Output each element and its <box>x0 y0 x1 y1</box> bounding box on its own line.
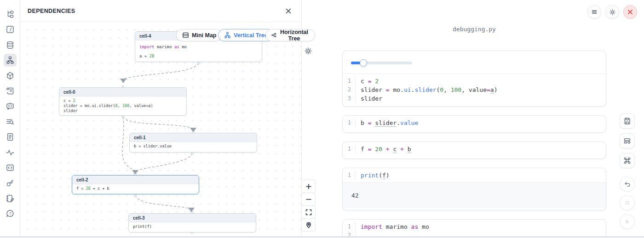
sidebar-item-variables[interactable]: f <box>4 23 17 36</box>
stop-icon[interactable] <box>620 195 635 210</box>
snippets-icon <box>6 163 15 172</box>
center-location-icon[interactable] <box>301 218 316 232</box>
tracing-icon <box>6 148 15 157</box>
settings-gear-icon[interactable] <box>605 5 619 19</box>
line-number: 1 <box>343 222 356 231</box>
slider-cell: 1c = 22slider = mo.ui.slider(0, 100, val… <box>342 51 606 107</box>
node-handle <box>121 115 124 118</box>
sidebar-item-snippets[interactable] <box>4 161 17 174</box>
graph-node-code: f = 20 + c + b <box>72 184 199 193</box>
top-actions <box>587 5 637 19</box>
mini-map-button[interactable]: Mini Map <box>176 29 222 41</box>
side-actions <box>620 113 635 233</box>
slider-output <box>343 51 606 74</box>
sidebar-item-logs-scroll[interactable] <box>4 85 17 97</box>
graph-node-title: cell-3 <box>129 214 256 222</box>
sidebar-item-search-logs[interactable] <box>4 115 17 128</box>
graph-node-code: print(f) <box>129 222 256 231</box>
code-editor[interactable]: 1c = 22slider = mo.ui.slider(0, 100, val… <box>343 74 606 106</box>
line-number: 1 <box>343 171 356 180</box>
secrets-icon <box>6 178 15 187</box>
chat-icon <box>6 102 15 111</box>
code-editor[interactable]: 1print(f) <box>343 168 606 182</box>
node-handle <box>134 194 136 196</box>
sidebar-item-tracing[interactable] <box>4 146 17 159</box>
sidebar-item-scratchpad[interactable] <box>4 192 17 205</box>
graph-zoom-controls <box>301 180 316 232</box>
line-number: 1 <box>343 145 356 153</box>
sidebar-item-file-tree[interactable] <box>4 8 17 21</box>
graph-node-title: cell-2 <box>72 176 199 184</box>
edge-cell-0-to-cell-1 <box>123 117 191 128</box>
help-icon: ? <box>6 209 15 218</box>
panel-title: DEPENDENCIES <box>28 8 75 14</box>
cell-output: 42 <box>343 182 606 208</box>
import-cell: 1import marimo as mo2 <box>342 219 606 238</box>
print-cell: 1print(f)42 <box>342 168 606 210</box>
line-number: 1 <box>343 119 356 127</box>
save-icon[interactable] <box>620 113 635 129</box>
file-tree-icon <box>6 10 15 19</box>
svg-text:?: ? <box>9 211 11 216</box>
search-logs-icon <box>6 117 15 126</box>
app-root: f? DEPENDENCIES cell-4import marimo as m… <box>0 0 644 238</box>
slider-track[interactable] <box>351 62 412 64</box>
bottom-scrollbar[interactable] <box>0 236 644 238</box>
menu-icon[interactable] <box>587 5 601 19</box>
line-number: 3 <box>343 94 356 103</box>
graph-node-cell-1[interactable]: cell-1b = slider.value <box>129 133 257 153</box>
sidebar-item-packages[interactable] <box>4 69 17 82</box>
slider-handle[interactable] <box>360 59 367 67</box>
edge-cell-4-to-cell-0 <box>125 63 199 79</box>
mini-map-icon <box>182 32 189 39</box>
run-icon[interactable] <box>620 214 635 229</box>
svg-text:f: f <box>9 27 12 32</box>
graph-node-cell-0[interactable]: cell-0c = 2slider = mo.ui.slider(0, 100,… <box>59 87 187 116</box>
line-number: 2 <box>343 85 356 94</box>
line-number: 1 <box>343 77 356 85</box>
sidebar-item-dependencies[interactable] <box>4 54 17 67</box>
dependencies-icon <box>6 56 15 65</box>
horizontal-tree-button[interactable]: Horizontal Tree <box>265 29 315 41</box>
sidebar-item-help[interactable]: ? <box>4 207 17 220</box>
graph-settings-button[interactable] <box>303 46 313 57</box>
helper-panel-sidebar: f? <box>0 0 20 238</box>
f-cell: 1f = 20 + c + b <box>342 142 606 159</box>
undo-icon[interactable] <box>620 176 635 192</box>
close-icon[interactable] <box>283 6 294 17</box>
sidebar-item-chat[interactable] <box>4 100 17 113</box>
edge-cell-2-to-cell-3 <box>135 195 188 208</box>
scratchpad-icon <box>6 194 15 203</box>
horizontal-tree-icon <box>271 32 276 39</box>
graph-node-code: import marimo as moa = 20 <box>135 40 262 62</box>
zoom-out-icon[interactable] <box>301 193 316 206</box>
notebook-area: debugging.py 1c = 22slider = mo.ui.slide… <box>302 0 644 238</box>
keyboard-shortcuts-icon[interactable] <box>620 153 635 168</box>
graph-node-cell-2[interactable]: cell-2f = 20 + c + b <box>72 175 199 194</box>
dependency-graph-canvas[interactable]: cell-4import marimo as moa = 20cell-0c =… <box>21 22 301 237</box>
graph-node-title: cell-1 <box>130 133 257 142</box>
gear-icon <box>304 47 312 55</box>
notebook-filename: debugging.py <box>342 26 606 33</box>
graph-node-code: c = 2slider = mo.ui.slider(0, 100, value… <box>59 96 186 115</box>
fit-view-icon[interactable] <box>301 205 316 219</box>
graph-node-cell-3[interactable]: cell-3print(f) <box>128 213 256 232</box>
layout-icon[interactable] <box>620 133 635 148</box>
sidebar-item-documentation[interactable] <box>4 130 17 143</box>
code-editor[interactable]: 1b = slider.value <box>343 116 606 130</box>
edge-cell-1-to-cell-2 <box>138 153 192 170</box>
sidebar-item-datasources[interactable] <box>4 39 17 51</box>
code-editor[interactable]: 1f = 20 + c + b <box>343 142 606 156</box>
dependencies-panel-header: DEPENDENCIES <box>20 0 301 22</box>
datasources-icon <box>6 40 15 50</box>
shutdown-close-icon[interactable] <box>623 5 637 19</box>
graph-node-code: b = slider.value <box>130 142 257 151</box>
edge-arrowhead <box>188 208 195 212</box>
code-editor[interactable]: 1import marimo as mo2 <box>343 220 606 238</box>
documentation-icon <box>6 132 15 142</box>
zoom-in-icon[interactable] <box>301 180 316 193</box>
graph-node-title: cell-0 <box>59 88 186 96</box>
sidebar-item-secrets[interactable] <box>4 176 17 189</box>
b-cell: 1b = slider.value <box>342 115 606 133</box>
logs-scroll-icon <box>6 86 15 96</box>
